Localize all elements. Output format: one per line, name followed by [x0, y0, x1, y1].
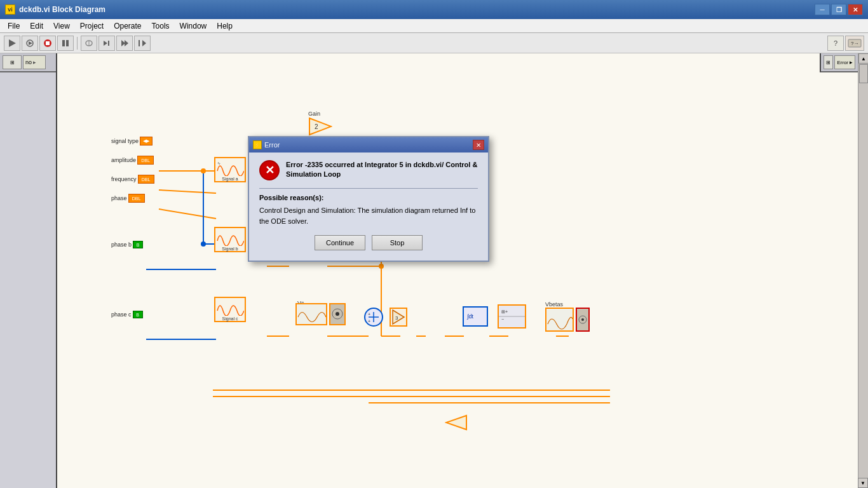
scroll-thumb[interactable]: [859, 64, 868, 83]
vbetas-scope: [576, 308, 590, 332]
menu-project[interactable]: Project: [75, 20, 109, 32]
svg-text:?→: ?→: [851, 41, 858, 46]
signal-a-block: ∿ Signal a: [214, 157, 246, 182]
phase-block: phase DBL: [111, 194, 145, 203]
phase-c-indicator: B: [133, 311, 143, 318]
error-indicator[interactable]: Error ▸: [834, 55, 855, 69]
left-panel-mini-control[interactable]: ⊞: [3, 55, 22, 69]
reason-text: Control Design and Simulation: The simul…: [259, 205, 478, 226]
svg-text:∫dt: ∫dt: [466, 313, 473, 320]
dialog-close-button[interactable]: ✕: [473, 140, 484, 150]
context-help-button[interactable]: ?→: [845, 36, 864, 51]
frequency-block: frequency DBL: [111, 175, 154, 184]
right-panel-header: ⊞ Error ▸: [820, 53, 858, 72]
window-controls: ─ ❐ ✕: [815, 4, 863, 15]
menu-operate[interactable]: Operate: [109, 20, 146, 32]
run-button[interactable]: [4, 36, 20, 51]
clarke-block: ⊞+ −: [498, 304, 526, 329]
minimize-button[interactable]: ─: [815, 4, 830, 15]
svg-point-46: [201, 168, 206, 173]
scroll-up-arrow[interactable]: ▲: [858, 53, 868, 64]
step-into-button[interactable]: [116, 36, 133, 51]
dialog-title-bar: ⚡ Error ✕: [249, 137, 488, 152]
svg-text:?: ?: [834, 39, 837, 47]
error-arrow: ▸: [850, 59, 853, 65]
svg-marker-81: [446, 416, 466, 430]
svg-point-80: [581, 318, 584, 321]
right-mini-control[interactable]: ⊞: [824, 55, 833, 69]
phase-c-block: phase c B: [111, 311, 143, 318]
svg-marker-64: [309, 118, 331, 135]
error-label: Error: [837, 60, 848, 65]
pause-button[interactable]: [57, 36, 74, 51]
dialog-body: ✕ Error -2335 occurred at Integrator 5 i…: [249, 152, 488, 261]
main-area: ⊞ no ▸ ⊞ Error ▸: [0, 53, 868, 488]
integrator-block: ∫dt: [463, 306, 488, 327]
phase-b-block: phase b B: [111, 241, 143, 248]
svg-text:+: +: [368, 312, 370, 316]
scroll-track: [858, 64, 868, 83]
svg-rect-4: [46, 41, 50, 45]
abort-button[interactable]: [39, 36, 56, 51]
sum-block: + +: [364, 308, 383, 327]
enum-value: no: [25, 59, 32, 65]
signal-type-indicator: ◀▶: [140, 137, 153, 146]
close-button[interactable]: ✕: [848, 4, 863, 15]
left-panel: ⊞ no ▸: [0, 53, 57, 488]
svg-text:+: +: [368, 319, 370, 323]
svg-text:3: 3: [395, 315, 398, 321]
menu-help[interactable]: Help: [212, 20, 238, 32]
vbetas-label: Vbetas: [545, 301, 563, 308]
menu-tools[interactable]: Tools: [147, 20, 175, 32]
svg-point-48: [379, 264, 384, 269]
svg-marker-9: [104, 41, 107, 46]
gain-block: 2: [308, 117, 332, 138]
canvas-area[interactable]: ⊞ Error ▸: [57, 53, 868, 488]
canvas-scrollbar[interactable]: ▲ ▼: [858, 53, 868, 488]
scroll-down-arrow[interactable]: ▼: [858, 478, 868, 488]
svg-marker-13: [142, 40, 146, 46]
frequency-indicator: DBL: [138, 175, 154, 184]
left-panel-header: ⊞ no ▸: [0, 53, 56, 72]
svg-marker-70: [393, 310, 404, 324]
error-dialog: ⚡ Error ✕ ✕ Error -2335 occurred at Inte…: [248, 136, 489, 262]
window-icon: vi: [5, 4, 15, 15]
vc-display: [295, 303, 327, 325]
stop-button[interactable]: Stop: [372, 235, 423, 250]
continue-button[interactable]: Continue: [315, 235, 365, 250]
svg-rect-60: [297, 304, 326, 324]
phase-label: phase: [111, 195, 127, 201]
menu-file[interactable]: File: [3, 20, 25, 32]
error-icon: ✕: [259, 160, 280, 180]
enum-control[interactable]: no ▸: [23, 55, 46, 69]
svg-marker-0: [9, 39, 16, 47]
svg-text:⊞+: ⊞+: [501, 309, 508, 314]
dialog-title-text: Error: [264, 141, 280, 149]
step-over-button[interactable]: [98, 36, 115, 51]
svg-text:−: −: [501, 317, 504, 322]
dialog-divider: [259, 188, 478, 189]
svg-point-63: [336, 312, 339, 316]
amplitude-indicator: DBL: [137, 156, 154, 165]
title-bar: vi dckdb.vi Block Diagram ─ ❐ ✕: [0, 0, 868, 19]
menu-bar: File Edit View Project Operate Tools Win…: [0, 19, 868, 33]
back-block: [445, 414, 468, 431]
vbetas-display: [545, 308, 574, 332]
svg-marker-2: [29, 41, 32, 45]
toolbar: ? ?→: [0, 33, 868, 53]
svg-text:∿: ∿: [217, 161, 220, 165]
menu-window[interactable]: Window: [175, 20, 212, 32]
menu-edit[interactable]: Edit: [25, 20, 48, 32]
mini-control-icon: ⊞: [10, 60, 15, 65]
window-title: dckdb.vi Block Diagram: [19, 5, 105, 14]
restore-button[interactable]: ❐: [831, 4, 846, 15]
phase-c-label: phase c: [111, 311, 132, 318]
help-button[interactable]: ?: [827, 36, 844, 51]
svg-line-20: [159, 209, 216, 219]
menu-view[interactable]: View: [48, 20, 75, 32]
highlight-button[interactable]: [81, 36, 97, 51]
step-out-button[interactable]: [134, 36, 151, 51]
run-continuous-button[interactable]: [22, 36, 38, 51]
dialog-icon: ⚡: [253, 140, 262, 149]
svg-rect-5: [62, 40, 65, 46]
